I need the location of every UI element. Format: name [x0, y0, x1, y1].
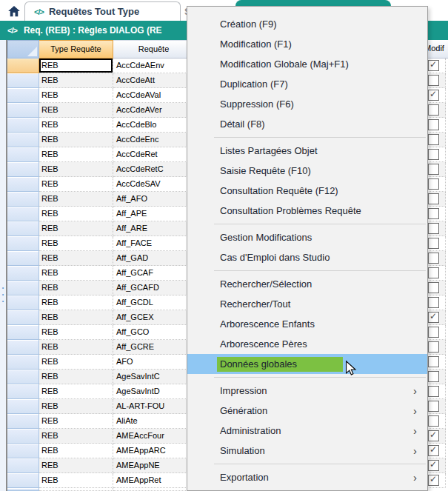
row-header[interactable] — [7, 370, 39, 384]
modif-checkbox[interactable] — [428, 460, 439, 471]
cell-requete[interactable]: Aff_GCO — [113, 325, 195, 340]
row-header[interactable] — [7, 147, 39, 162]
cell-type-requete[interactable]: REB — [39, 414, 113, 429]
cell-type-requete[interactable]: REB — [39, 325, 113, 340]
row-header[interactable] — [7, 88, 39, 103]
modif-checkbox[interactable] — [428, 282, 439, 293]
row-header[interactable] — [7, 177, 39, 192]
cell-requete[interactable]: AccCdeBlo — [113, 118, 195, 133]
cell-type-requete[interactable]: REB — [39, 207, 113, 221]
row-header[interactable] — [7, 221, 39, 236]
cell-type-requete[interactable]: REB — [39, 370, 113, 384]
cell-type-requete[interactable]: REB — [39, 473, 113, 488]
modif-checkbox[interactable] — [428, 475, 439, 486]
menu-item-administration[interactable]: Administration› — [187, 421, 427, 441]
cell-type-requete[interactable]: REB — [39, 192, 113, 207]
row-header[interactable] — [7, 399, 39, 414]
cell-type-requete[interactable]: REB — [39, 177, 113, 192]
menu-item-consultation-problemes-requete[interactable]: Consultation Problèmes Requête — [187, 201, 427, 221]
cell-requete[interactable]: AccCdeAVer — [113, 103, 195, 118]
cell-requete[interactable]: Aff_GCAFD — [113, 281, 195, 295]
modif-checkbox[interactable] — [428, 312, 439, 323]
cell-type-requete[interactable]: REB — [39, 295, 113, 310]
cell-requete[interactable]: Aff_GCAF — [113, 266, 195, 281]
modif-checkbox[interactable] — [428, 90, 439, 101]
modif-checkbox[interactable] — [428, 430, 439, 441]
row-header[interactable] — [7, 192, 39, 207]
cell-type-requete[interactable]: REB — [39, 281, 113, 295]
modif-checkbox[interactable] — [428, 164, 439, 175]
modif-checkbox[interactable] — [428, 327, 439, 338]
menu-item-creation-f9[interactable]: Création (F9) — [187, 14, 427, 34]
modif-checkbox[interactable] — [428, 193, 439, 204]
modif-checkbox[interactable] — [428, 119, 439, 130]
modif-checkbox[interactable] — [428, 238, 439, 249]
row-header[interactable] — [7, 118, 39, 133]
cell-type-requete[interactable]: REB — [39, 340, 113, 355]
menu-item-modification-globale-maj-f1[interactable]: Modification Globale (Maj+F1) — [187, 54, 427, 74]
menu-item-suppression-f6[interactable]: Suppression (F6) — [187, 94, 427, 114]
cell-type-requete[interactable]: REB — [39, 236, 113, 251]
cell-type-requete[interactable]: REB — [39, 251, 113, 266]
row-header[interactable] — [7, 414, 39, 429]
modif-checkbox[interactable] — [428, 104, 439, 116]
modif-checkbox[interactable] — [428, 415, 439, 427]
cell-requete[interactable]: AMEAccFour — [113, 429, 195, 444]
modif-checkbox[interactable] — [428, 75, 439, 86]
cell-type-requete[interactable]: REB — [39, 355, 113, 370]
row-header[interactable] — [7, 295, 39, 310]
cell-type-requete[interactable]: REB — [39, 310, 113, 325]
row-header[interactable] — [7, 133, 39, 147]
modif-checkbox[interactable] — [428, 297, 439, 308]
cell-requete[interactable]: Aff_ARE — [113, 221, 195, 236]
home-button[interactable] — [6, 3, 22, 19]
menu-item-gestion-modifications[interactable]: Gestion Modifications — [187, 227, 427, 247]
cell-type-requete[interactable]: REB — [39, 59, 113, 73]
row-header[interactable] — [7, 384, 39, 399]
menu-item-cas-d-emploi-dans-studio[interactable]: Cas d'Emploi dans Studio — [187, 247, 427, 267]
row-header[interactable] — [7, 281, 39, 295]
menu-item-duplication-f7[interactable]: Duplication (F7) — [187, 74, 427, 94]
row-header[interactable] — [7, 236, 39, 251]
cell-requete[interactable]: Aff_GCRE — [113, 340, 195, 355]
row-header[interactable] — [7, 325, 39, 340]
select-all-corner[interactable] — [7, 40, 39, 59]
modif-checkbox[interactable] — [428, 253, 439, 264]
cell-type-requete[interactable]: REB — [39, 73, 113, 88]
row-header[interactable] — [7, 458, 39, 473]
cell-requete[interactable]: Aff_FACE — [113, 236, 195, 251]
cell-requete[interactable]: AgeSavIntC — [113, 370, 195, 384]
modif-checkbox[interactable] — [428, 267, 439, 278]
cell-type-requete[interactable]: REB — [39, 88, 113, 103]
modif-checkbox[interactable] — [428, 208, 439, 219]
cell-requete[interactable]: AccCdeSAV — [113, 177, 195, 192]
modif-checkbox[interactable] — [428, 445, 439, 456]
menu-item-arborescence-enfants[interactable]: Arborescence Enfants — [187, 314, 427, 334]
row-header[interactable] — [7, 310, 39, 325]
row-header[interactable] — [7, 473, 39, 488]
modif-checkbox[interactable] — [428, 223, 439, 234]
modif-checkbox[interactable] — [428, 178, 439, 190]
menu-item-rechercher-selection[interactable]: Rechercher/Sélection — [187, 274, 427, 294]
cell-requete[interactable]: AccCdeEnc — [113, 133, 195, 147]
menu-item-rechercher-tout[interactable]: Rechercher/Tout — [187, 294, 427, 314]
cell-requete[interactable]: AMEAppARC — [113, 444, 195, 458]
menu-item-donnees-globales[interactable]: Données globales — [187, 354, 427, 374]
menu-item-arborescence-peres[interactable]: Arborescence Pères — [187, 334, 427, 354]
modif-checkbox[interactable] — [428, 386, 439, 397]
cell-requete[interactable]: AccCdeAtt — [113, 73, 195, 88]
cell-type-requete[interactable]: REB — [39, 429, 113, 444]
menu-item-exportation[interactable]: Exportation› — [187, 467, 427, 487]
row-header[interactable] — [7, 355, 39, 370]
modif-checkbox[interactable] — [428, 401, 439, 412]
menu-item-detail-f8[interactable]: Détail (F8) — [187, 114, 427, 134]
cell-type-requete[interactable]: REB — [39, 118, 113, 133]
tab-requetes-tout-type[interactable]: </> Requêtes Tout Type — [24, 1, 181, 21]
cell-requete[interactable]: AccCdeAVal — [113, 88, 195, 103]
cell-type-requete[interactable]: REB — [39, 103, 113, 118]
menu-item-impression[interactable]: Impression› — [187, 381, 427, 401]
cell-requete[interactable]: AccCdeRetC — [113, 162, 195, 177]
row-header[interactable] — [7, 59, 39, 73]
cell-requete[interactable]: AccCdeAEnv — [113, 59, 195, 73]
cell-requete[interactable]: Aff_AFO — [113, 192, 195, 207]
